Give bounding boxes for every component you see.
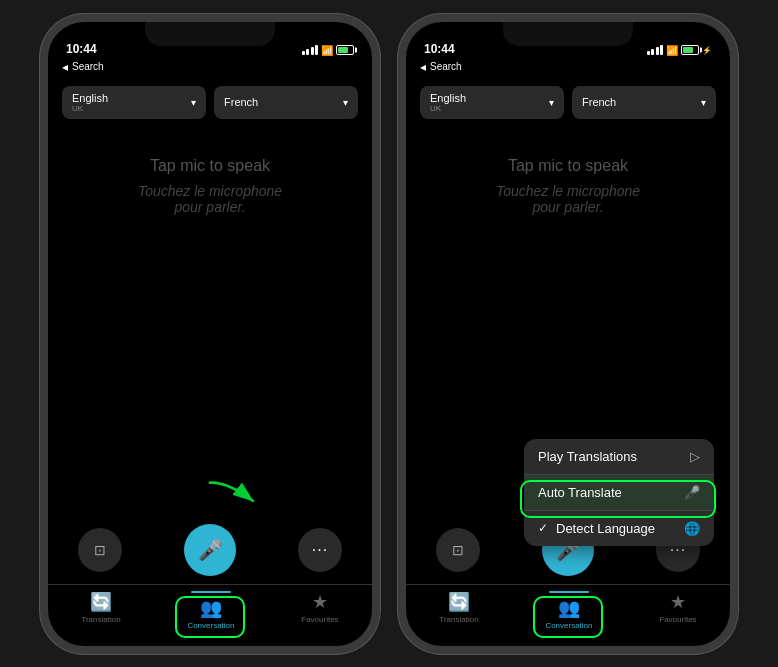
- conversation-tab-label: Conversation: [187, 621, 234, 630]
- lang-1-chevron-icon-2: ▾: [549, 97, 554, 108]
- tab-conversation-2[interactable]: 👥 Conversation: [535, 591, 602, 630]
- tab-translation[interactable]: 🔄 Translation: [71, 591, 130, 630]
- signal-icon-2: [647, 45, 664, 55]
- phone-2-screen: 10:44 📶 ⚡ ◂ Se: [406, 22, 730, 646]
- charging-icon: ⚡: [702, 46, 712, 55]
- translation-tab-icon: 🔄: [90, 591, 112, 613]
- battery-icon: [336, 45, 354, 55]
- volume-buttons-2: [398, 122, 400, 186]
- play-translations-label: Play Translations: [538, 449, 637, 464]
- lang-2-name-2: French: [582, 96, 616, 108]
- power-button: [378, 142, 380, 192]
- wifi-icon: 📶: [321, 45, 333, 56]
- lang-1-name: English: [72, 92, 108, 104]
- conversation-tab-icon-2: 👥: [558, 597, 580, 619]
- subtitle-icon: ⊡: [94, 542, 106, 558]
- signal-icon: [302, 45, 319, 55]
- tab-favourites-2[interactable]: ★ Favourites: [649, 591, 706, 630]
- lang-2-chevron-icon: ▾: [343, 97, 348, 108]
- lang-2-name: French: [224, 96, 258, 108]
- battery-icon-2: [681, 45, 699, 55]
- lang-2-button-2[interactable]: French ▾: [572, 86, 716, 119]
- lang-2-label-2: French: [582, 96, 616, 108]
- notch-2: [503, 22, 633, 46]
- search-bar[interactable]: ◂ Search: [62, 60, 358, 74]
- lang-1-name-2: English: [430, 92, 466, 104]
- language-row: English UK ▾ French ▾: [62, 86, 358, 119]
- favourites-tab-icon-2: ★: [670, 591, 686, 613]
- tap-mic-prompt-2: Tap mic to speak: [426, 157, 710, 175]
- tap-mic-sub-1: Touchez le microphone: [68, 183, 352, 199]
- wifi-icon-2: 📶: [666, 45, 678, 56]
- active-indicator-2: [549, 591, 589, 593]
- tap-mic-sub-2-2: pour parler.: [426, 199, 710, 215]
- subtitle-button-2[interactable]: ⊡: [436, 528, 480, 572]
- bottom-controls: ⊡ 🎤 ···: [48, 514, 372, 584]
- power-button-2: [736, 142, 738, 192]
- mic-button[interactable]: 🎤: [184, 524, 236, 576]
- favourites-tab-label: Favourites: [301, 615, 338, 624]
- lang-1-label: English UK: [72, 92, 108, 113]
- checkmark-icon: ✓: [538, 521, 548, 535]
- phone-2: 10:44 📶 ⚡ ◂ Se: [398, 14, 738, 654]
- green-arrow: [205, 474, 265, 514]
- translation-tab-label: Translation: [81, 615, 120, 624]
- popup-auto-translate[interactable]: Auto Translate 🎤: [524, 474, 714, 510]
- tab-bar-2: 🔄 Translation 👥 Conversation ★ Favourite…: [406, 584, 730, 646]
- back-arrow-icon-2: ◂: [420, 60, 426, 74]
- detect-language-label: Detect Language: [556, 521, 655, 536]
- lang-1-sub-2: UK: [430, 104, 466, 113]
- tab-bar: 🔄 Translation 👥 Conversation ★ Favourite…: [48, 584, 372, 646]
- time-display-2: 10:44: [424, 42, 455, 56]
- lang-1-sub: UK: [72, 104, 108, 113]
- more-dots-icon: ···: [312, 541, 328, 559]
- conversation-tab-label-2: Conversation: [545, 621, 592, 630]
- phone-2-frame: 10:44 📶 ⚡ ◂ Se: [398, 14, 738, 654]
- search-bar-2[interactable]: ◂ Search: [420, 60, 716, 74]
- popup-play-translations[interactable]: Play Translations ▷: [524, 439, 714, 474]
- status-icons: 📶: [302, 45, 355, 56]
- phone-1: 10:44 📶 ◂ Search: [40, 14, 380, 654]
- lang-1-button[interactable]: English UK ▾: [62, 86, 206, 119]
- more-button[interactable]: ···: [298, 528, 342, 572]
- tap-mic-prompt: Tap mic to speak: [68, 157, 352, 175]
- translation-tab-icon-2: 🔄: [448, 591, 470, 613]
- favourites-tab-icon: ★: [312, 591, 328, 613]
- tab-conversation[interactable]: 👥 Conversation: [177, 591, 244, 630]
- lang-1-button-2[interactable]: English UK ▾: [420, 86, 564, 119]
- auto-translate-icon: 🎤: [684, 485, 700, 500]
- popup-detect-language[interactable]: ✓ Detect Language 🌐: [524, 510, 714, 546]
- lang-1-label-2: English UK: [430, 92, 466, 113]
- tap-mic-sub-1-2: Touchez le microphone: [426, 183, 710, 199]
- tab-favourites[interactable]: ★ Favourites: [291, 591, 348, 630]
- detect-language-icon: 🌐: [684, 521, 700, 536]
- lang-2-chevron-icon-2: ▾: [701, 97, 706, 108]
- popup-menu[interactable]: Play Translations ▷ Auto Translate 🎤 ✓ D…: [524, 439, 714, 546]
- auto-translate-label: Auto Translate: [538, 485, 622, 500]
- conversation-tab-icon: 👥: [200, 597, 222, 619]
- lang-1-chevron-icon: ▾: [191, 97, 196, 108]
- back-label: Search: [72, 61, 104, 72]
- play-icon: ▷: [690, 449, 700, 464]
- active-indicator: [191, 591, 231, 593]
- back-arrow-icon: ◂: [62, 60, 68, 74]
- volume-buttons: [40, 122, 42, 186]
- subtitle-icon-2: ⊡: [452, 542, 464, 558]
- language-row-2: English UK ▾ French ▾: [420, 86, 716, 119]
- translation-tab-label-2: Translation: [439, 615, 478, 624]
- status-icons-2: 📶 ⚡: [647, 45, 713, 56]
- notch: [145, 22, 275, 46]
- lang-2-button[interactable]: French ▾: [214, 86, 358, 119]
- microphone-icon: 🎤: [198, 538, 223, 562]
- back-label-2: Search: [430, 61, 462, 72]
- subtitle-button[interactable]: ⊡: [78, 528, 122, 572]
- tab-translation-2[interactable]: 🔄 Translation: [429, 591, 488, 630]
- lang-2-label: French: [224, 96, 258, 108]
- favourites-tab-label-2: Favourites: [659, 615, 696, 624]
- tap-mic-sub-2: pour parler.: [68, 199, 352, 215]
- time-display: 10:44: [66, 42, 97, 56]
- phone-1-screen: 10:44 📶 ◂ Search: [48, 22, 372, 646]
- phone-1-frame: 10:44 📶 ◂ Search: [40, 14, 380, 654]
